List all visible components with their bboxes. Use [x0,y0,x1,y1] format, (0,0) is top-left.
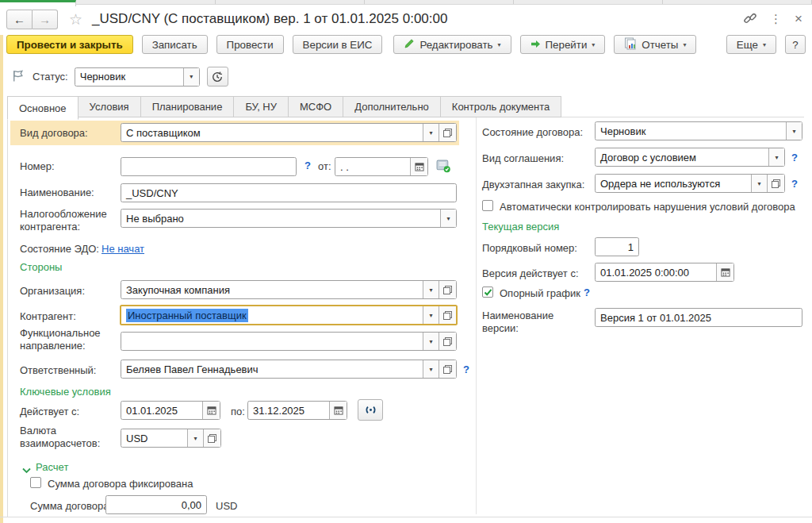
forward-button[interactable]: → [33,10,58,29]
dropdown-icon[interactable]: ▾ [751,175,767,192]
left-accent-strip [0,35,3,523]
eis-versions-button[interactable]: Версии в ЕИС [293,35,383,54]
tab-bu-nu[interactable]: БУ, НУ [234,96,289,117]
contract-state-combo[interactable]: Черновик ▾ [595,121,802,140]
parties-section-header: Стороны [20,261,62,273]
agreement-kind-help[interactable]: ? [791,152,798,164]
base-schedule-checkbox[interactable] [482,286,493,298]
counterparty-combo[interactable]: Иностранный поставщик ▾ [120,305,458,325]
calc-section-header[interactable]: Расчет [36,461,68,473]
valid-to-input[interactable]: 31.12.2025 [247,401,347,420]
number-date-label: от: [318,160,331,173]
func-direction-combo[interactable]: ▾ [121,332,457,351]
valid-to-value: 31.12.2025 [248,402,329,419]
save-button[interactable]: Записать [142,35,208,54]
calendar-icon[interactable] [329,402,347,419]
window-tab[interactable] [216,0,365,4]
calendar-icon[interactable] [716,263,733,281]
tab-msfo[interactable]: МСФО [289,96,343,117]
tab-planirovanie[interactable]: Планирование [141,96,235,117]
back-button[interactable]: ← [6,10,33,29]
two-stage-placeholder: Ордера не используются [596,175,751,192]
dropdown-icon[interactable]: ▾ [768,148,784,166]
responsible-combo[interactable]: Беляев Павел Геннадьевич ▾ [121,360,457,379]
number-input[interactable] [121,157,297,176]
collapse-chevron-icon[interactable] [22,464,31,476]
status-history-button[interactable] [207,67,228,87]
dropdown-icon[interactable]: ▾ [423,281,439,298]
dropdown-icon[interactable]: ▾ [440,210,456,227]
window-tab[interactable] [663,0,812,4]
toolbar: Провести и закрыть Записать Провести Вер… [6,35,806,54]
open-icon[interactable] [439,306,456,324]
calendar-icon[interactable] [410,158,427,175]
version-from-label: Версия действует с: [482,267,579,280]
open-icon[interactable] [439,360,456,378]
tab-osnovnoe[interactable]: Основное [7,96,79,120]
post-button[interactable]: Провести [216,35,284,54]
auto-control-checkbox[interactable] [482,200,493,211]
tab-usloviya[interactable]: Условия [79,96,141,117]
dropdown-icon[interactable]: ▾ [183,68,199,86]
sum-value: 0,00 [182,499,201,511]
window-tab[interactable] [76,0,216,4]
goto-menu-button[interactable]: Перейти ▾ [520,35,606,54]
agreement-kind-combo[interactable]: Договор с условием ▾ [595,148,785,167]
close-icon[interactable]: × [795,11,802,27]
dropdown-icon[interactable]: ▾ [423,306,439,324]
window-tab[interactable] [514,0,663,4]
period-signal-button[interactable] [358,399,383,421]
taxation-label: Налогообложение контрагента: [20,208,119,233]
valid-from-input[interactable]: 01.01.2025 [121,401,220,420]
currency-combo[interactable]: USD ▾ [121,429,221,448]
more-button[interactable]: Еще ▾ [726,35,776,54]
status-combo[interactable]: Черновик ▾ [75,67,200,87]
dropdown-icon[interactable]: ▾ [786,122,802,140]
window-tab[interactable] [365,0,514,4]
title-bar: ← → ☆ _USD/CNY (С поставщиком) вер. 1 от… [0,5,812,33]
edit-menu-button[interactable]: Редактировать ▾ [393,35,511,54]
page-title: _USD/CNY (С поставщиком) вер. 1 от 01.01… [92,11,447,27]
open-icon[interactable] [439,281,456,298]
version-name-input[interactable]: Версия 1 от 01.01.2025 [595,308,802,327]
agreement-kind-label: Вид соглашения: [482,152,564,165]
flag-icon [11,69,25,85]
open-icon[interactable] [203,429,220,447]
open-icon[interactable] [439,333,456,350]
chevron-down-icon: ▾ [592,41,595,48]
version-from-input[interactable]: 01.01.2025 0:00:00 [595,263,734,282]
open-icon[interactable] [767,175,784,192]
organization-combo[interactable]: Закупочная компания ▾ [121,280,457,299]
dropdown-icon[interactable]: ▾ [423,333,439,350]
open-icon[interactable] [439,124,456,141]
ordinal-input[interactable]: 1 [595,237,639,256]
help-button[interactable]: ? [785,35,806,54]
sum-input[interactable]: 0,00 [105,495,207,514]
document-check-icon[interactable] [436,159,451,175]
number-date-input[interactable]: . . [335,157,428,176]
goto-menu-label: Перейти [546,39,588,51]
contract-kind-combo[interactable]: С поставщиком ▾ [121,123,457,142]
post-and-close-button[interactable]: Провести и закрыть [6,35,133,54]
current-version-section-header: Текущая версия [482,221,559,233]
organization-label: Организация: [20,285,85,298]
tab-dopolnitelno[interactable]: Дополнительно [343,96,441,117]
fixed-sum-checkbox[interactable] [30,477,41,488]
edo-state-link[interactable]: Не начат [102,243,144,256]
number-help[interactable]: ? [304,160,311,172]
base-schedule-help[interactable]: ? [584,286,590,299]
more-menu-icon[interactable]: ⋮ [770,12,782,26]
name-input[interactable]: _USD/CNY [121,183,457,202]
dropdown-icon[interactable]: ▾ [423,360,439,378]
dropdown-icon[interactable]: ▾ [187,429,203,447]
two-stage-help[interactable]: ? [791,178,798,190]
favorite-star-icon[interactable]: ☆ [69,10,82,29]
responsible-help[interactable]: ? [463,363,469,376]
copy-link-icon[interactable] [743,11,757,28]
dropdown-icon[interactable]: ▾ [423,124,439,141]
taxation-combo[interactable]: Не выбрано ▾ [121,209,457,228]
reports-menu-button[interactable]: Отчеты ▾ [614,35,696,54]
tab-kontrol-dokumenta[interactable]: Контроль документа [441,96,561,117]
calendar-icon[interactable] [202,402,220,419]
two-stage-combo[interactable]: Ордера не используются ▾ [595,174,785,193]
